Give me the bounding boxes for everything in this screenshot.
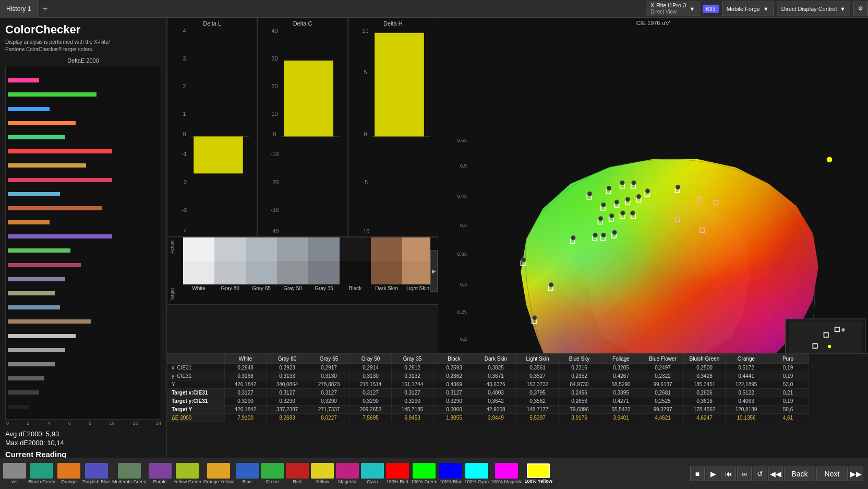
table-cell: 0,3290 (392, 397, 433, 405)
left-panel: ColorChecker Display analysis is perform… (0, 18, 167, 489)
table-cell: 43,6376 (475, 380, 517, 389)
swatch-actual (246, 237, 277, 261)
bar-row (8, 91, 159, 98)
color-chip[interactable]: Red (286, 463, 309, 485)
table-cell: 10,1356 (726, 414, 767, 422)
svg-point-96 (636, 194, 641, 198)
color-chip[interactable]: Orange (57, 463, 80, 485)
color-chip[interactable]: Bluish Green (28, 463, 55, 485)
svg-point-104 (645, 189, 649, 193)
table-cell: 4,6247 (684, 414, 726, 422)
swatch-label: White (191, 284, 207, 292)
color-chip[interactable]: 100% Magenta (491, 463, 523, 485)
swatch-column[interactable]: Gray 50 (277, 237, 308, 304)
color-chip[interactable]: Yellow (311, 463, 334, 485)
color-chip[interactable]: 100% Green (411, 463, 438, 485)
table-cell: 3,9449 (475, 414, 517, 422)
delta-c-area: 40 30 20 10 0 -10 -20 -30 -40 (258, 27, 347, 236)
svg-text:-10: -10 (361, 228, 369, 234)
color-chip[interactable]: Blue (236, 463, 259, 485)
direct-display-control[interactable]: Direct Display Control ▼ (777, 2, 850, 16)
svg-point-109 (571, 236, 575, 240)
swatch-actual (402, 237, 430, 261)
swatch-actual (277, 237, 308, 261)
table-cell: 0,3671 (475, 372, 517, 380)
color-chip[interactable]: 100% Red (386, 463, 409, 485)
table-cell: 8,2683 (267, 414, 308, 422)
swatch-column[interactable]: Dark Skin (371, 237, 402, 304)
table-cell: 4,61 (767, 414, 809, 422)
play-button[interactable]: ▶ (706, 467, 720, 481)
bottom-color-strip: verBluish GreenOrangePurplish BlueModera… (0, 458, 868, 489)
swatch-target (214, 261, 246, 284)
color-chip[interactable]: ver (3, 463, 26, 485)
bar-fill (8, 121, 76, 125)
loop-button[interactable]: ∞ (737, 467, 752, 481)
table-cell: 0,4267 (600, 372, 642, 380)
swatch-actual (214, 237, 246, 261)
color-chip[interactable]: 100% Cyan (464, 463, 489, 485)
color-chip[interactable]: 100% Yellow (524, 463, 552, 484)
bar-fill (8, 263, 81, 267)
forge-selector[interactable]: Mobile Forge ▼ (722, 2, 774, 16)
prev-button[interactable]: ◀◀ (768, 467, 783, 481)
swatch-column[interactable]: Black (340, 237, 371, 304)
swatch-column[interactable]: Gray 65 (246, 237, 277, 304)
color-chip[interactable]: Orange Yellow (203, 463, 234, 485)
color-chip[interactable]: Magenta (336, 463, 359, 485)
color-chip[interactable]: Moderate Green (112, 463, 147, 485)
color-chip-label: Magenta (338, 479, 356, 485)
color-chip-swatch (361, 463, 384, 479)
colorchecker-title: ColorChecker (5, 23, 161, 37)
forward-button[interactable]: ▶▶ (849, 467, 863, 481)
table-cell: 0,3130 (350, 372, 392, 380)
color-chip[interactable]: Yellow Green (174, 463, 201, 485)
table-cell: 185,3451 (684, 380, 726, 389)
color-chip-label: Purple (153, 479, 167, 485)
swatch-column[interactable]: Gray 80 (214, 237, 246, 304)
swatch-side-labels: Actual Target (167, 237, 183, 304)
table-row: Target y:CIE310,32900,32900,32900,32900,… (167, 397, 809, 405)
color-chip[interactable]: 100% Blue (439, 463, 462, 485)
table-cell: 7,9100 (225, 414, 267, 422)
stop-button[interactable]: ■ (690, 467, 705, 481)
table-row: Target x:CIE310,31270,31270,31270,31270,… (167, 389, 809, 397)
table-cell: 0,3795 (517, 389, 559, 397)
bar-fill (8, 348, 65, 352)
color-chip[interactable]: Green (261, 463, 284, 485)
svg-text:0,5: 0,5 (460, 163, 467, 169)
history-tab[interactable]: History 1 (0, 0, 38, 18)
bar-fill (8, 319, 91, 324)
prev-icon: ◀◀ (770, 470, 781, 478)
back-button[interactable]: Back (784, 467, 815, 481)
swatch-actual (183, 237, 214, 261)
table-cell: 0,3127 (267, 389, 308, 397)
color-chip[interactable]: Purple (149, 463, 172, 485)
swatches-panel: Actual Target WhiteGray 80Gray 65Gray 50… (167, 237, 438, 305)
table-row: y: CIE310,31680,31330,31300,31300,31320,… (167, 372, 809, 380)
color-chip-label: 100% Red (387, 479, 408, 485)
device-selector[interactable]: X-Rite i1Pro 3 Direct View ▼ (646, 2, 700, 16)
nav-controls: ■ ▶ ⏮ ∞ ↺ ◀◀ Back (690, 466, 864, 482)
swatch-column[interactable]: Light Skin (402, 237, 430, 304)
table-row: Target Y426,1842337,2387271,7337209,2653… (167, 405, 809, 414)
swatch-target (246, 261, 277, 284)
table-cell: 0,3127 (350, 389, 392, 397)
bar-row (8, 347, 159, 353)
table-cell: 0,4063 (726, 397, 767, 405)
scroll-right-button[interactable]: ▶ (430, 250, 438, 292)
color-chip[interactable]: Cyan (361, 463, 384, 485)
svg-text:4: 4 (183, 28, 186, 34)
next-button[interactable]: Next (816, 467, 848, 481)
bar-fill (8, 305, 60, 309)
add-tab-button[interactable]: + (38, 2, 52, 16)
table-cell: 0,2362 (433, 372, 475, 380)
swatch-column[interactable]: Gray 35 (308, 237, 340, 304)
refresh-button[interactable]: ↺ (753, 467, 767, 481)
rewind-button[interactable]: ⏮ (721, 467, 736, 481)
settings-button[interactable]: ⚙ (853, 2, 868, 16)
bar-row (8, 177, 159, 183)
swatch-column[interactable]: White (183, 237, 214, 304)
svg-text:30: 30 (272, 55, 278, 62)
color-chip[interactable]: Purplish Blue (82, 463, 110, 485)
